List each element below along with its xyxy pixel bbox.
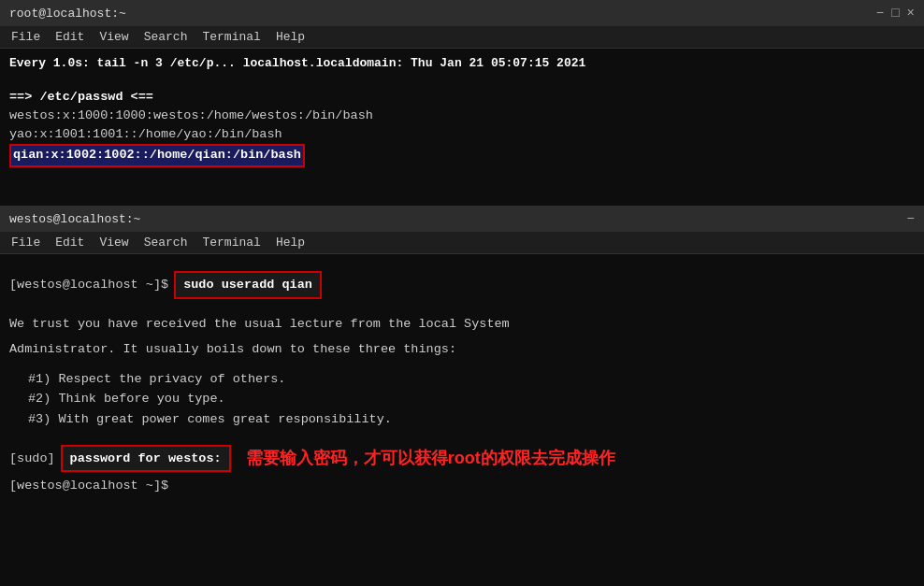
passwd-header: ==> /etc/passwd <== [9, 88, 915, 107]
useradd-command-box: sudo useradd qian [174, 271, 322, 299]
passwd-line-1: westos:x:1000:1000:westos:/home/westos:/… [9, 107, 915, 125]
bottom-prompt: [westos@localhost ~]$ [9, 275, 168, 295]
bottom-menu-search[interactable]: Search [144, 236, 188, 250]
top-menu-bar: File Edit View Search Terminal Help [0, 26, 924, 49]
watch-command-line: Every 1.0s: tail -n 3 /etc/p... localhos… [9, 54, 915, 73]
bottom-terminal-title: westos@localhost:~ [9, 212, 140, 226]
lecture-item-2: #2) Think before you type. [9, 389, 915, 409]
bottom-menu-file[interactable]: File [11, 236, 40, 250]
lecture-line-2: Administrator. It usually boils down to … [9, 339, 915, 360]
lecture-line-1: We trust you have received the usual lec… [9, 314, 915, 335]
menu-view[interactable]: View [99, 30, 128, 44]
password-prompt-box: password for westos: [61, 445, 231, 473]
top-window-controls: − □ × [876, 7, 915, 20]
command-prompt-line: [westos@localhost ~]$ sudo useradd qian [9, 271, 915, 299]
menu-file[interactable]: File [11, 30, 40, 44]
menu-help[interactable]: Help [276, 30, 305, 44]
menu-search[interactable]: Search [144, 30, 188, 44]
top-terminal-content: Every 1.0s: tail -n 3 /etc/p... localhos… [0, 49, 924, 206]
menu-edit[interactable]: Edit [55, 30, 84, 44]
last-prompt-line: [westos@localhost ~]$ [9, 476, 915, 496]
annotation-text: 需要输入密码，才可以获得root的权限去完成操作 [246, 445, 615, 472]
bottom-minimize-button[interactable]: − [907, 212, 915, 225]
passwd-line-2: yao:x:1001:1001::/home/yao:/bin/bash [9, 125, 915, 144]
bottom-terminal: westos@localhost:~ − File Edit View Sear… [0, 206, 924, 586]
bottom-terminal-content: [westos@localhost ~]$ sudo useradd qian … [0, 254, 924, 586]
bottom-menu-edit[interactable]: Edit [55, 236, 84, 250]
top-terminal: root@localhost:~ − □ × File Edit View Se… [0, 0, 924, 206]
bottom-menu-view[interactable]: View [99, 236, 128, 250]
maximize-button[interactable]: □ [891, 7, 899, 20]
top-title-bar: root@localhost:~ − □ × [0, 0, 924, 26]
menu-terminal[interactable]: Terminal [202, 30, 260, 44]
minimize-button[interactable]: − [876, 7, 884, 20]
passwd-line-highlighted-wrapper: qian:x:1002:1002::/home/qian:/bin/bash [9, 144, 915, 166]
top-terminal-title: root@localhost:~ [9, 7, 126, 21]
bottom-menu-terminal[interactable]: Terminal [202, 236, 260, 250]
bottom-menu-help[interactable]: Help [276, 236, 305, 250]
sudo-password-line: [sudo] password for westos: 需要输入密码，才可以获得… [9, 445, 915, 473]
bottom-menu-bar: File Edit View Search Terminal Help [0, 232, 924, 254]
highlighted-passwd-line: qian:x:1002:1002::/home/qian:/bin/bash [9, 144, 305, 166]
bottom-window-controls: − [907, 212, 915, 225]
lecture-item-3: #3) With great power comes great respons… [9, 409, 915, 430]
close-button[interactable]: × [907, 7, 915, 20]
lecture-item-1: #1) Respect the privacy of others. [9, 369, 915, 390]
sudo-tag: [sudo] [9, 449, 55, 469]
bottom-title-bar: westos@localhost:~ − [0, 206, 924, 232]
